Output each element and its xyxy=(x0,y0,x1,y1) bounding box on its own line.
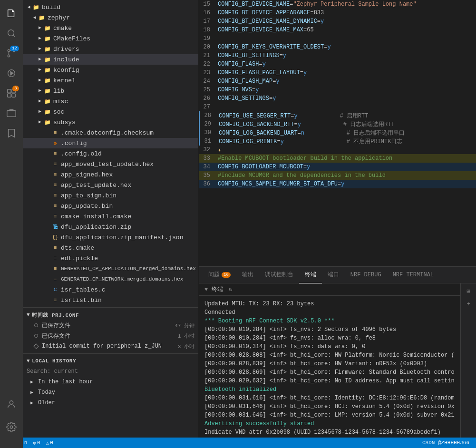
folder-build-icon: 📁 xyxy=(32,3,40,11)
search-icon[interactable] xyxy=(2,24,21,43)
tree-item-cmake[interactable]: ▶ 📁 cmake xyxy=(23,23,198,33)
tree-item-drivers[interactable]: ▶ 📁 drivers xyxy=(23,44,198,54)
code-line-33: 33 #Enable MCUBOOT bootloader build in t… xyxy=(199,154,476,163)
tab-terminal-label: 终端 xyxy=(305,271,316,279)
tree-item-gen-net[interactable]: ≡ GENERATED_CP_NETWORK_merged_domains.he… xyxy=(23,274,198,284)
tree-item-app-test[interactable]: ≡ app_test_update.hex xyxy=(23,180,198,190)
timeline-label-1: 已保存文件 xyxy=(42,332,178,340)
local-history-header[interactable]: ▼ LOCAL HISTORY xyxy=(23,356,198,366)
tab-output[interactable]: 输出 xyxy=(236,267,259,283)
timeline-item-1[interactable]: 已保存文件 1 小时 xyxy=(23,331,198,341)
tree-item-soc[interactable]: ▶ 📁 soc xyxy=(23,107,198,117)
tree-label-app-test: app_test_update.hex xyxy=(61,182,131,189)
folder-lib-icon: 📁 xyxy=(44,87,51,95)
file-cmake-dotconfig-icon: ≡ xyxy=(51,129,59,136)
tree-item-zephyr[interactable]: ▼ 📁 zephyr xyxy=(23,12,198,23)
tree-item-app-update[interactable]: ≡ app_update.bin ← xyxy=(23,201,198,211)
tree-item-cmake-install[interactable]: ≡ cmake_install.cmake xyxy=(23,211,198,222)
tree-item-gen-app[interactable]: ≡ GENERATED_CP_APPLICATION_merged_domain… xyxy=(23,263,198,274)
line-num-30: 30 xyxy=(200,129,219,136)
svg-point-1 xyxy=(8,55,10,57)
tree-item-kernel[interactable]: ▶ 📁 kernel xyxy=(23,75,198,86)
folder-drivers-icon: 📁 xyxy=(44,45,51,53)
terminal-refresh-icon[interactable]: ↻ xyxy=(229,286,232,293)
tree-label-misc: misc xyxy=(53,98,68,105)
chevron-lib: ▶ xyxy=(36,87,44,95)
tab-nrf-debug[interactable]: NRF DEBUG xyxy=(345,267,387,283)
tree-item-edt-pickle[interactable]: ≡ edt.pickle xyxy=(23,253,198,263)
tab-ports-label: 端口 xyxy=(328,271,339,279)
timeline-label-2: Initial commit for peripheral z_JUN xyxy=(42,343,178,350)
tree-item-include[interactable]: ▶ 📁 include xyxy=(23,54,198,65)
svg-point-3 xyxy=(8,49,10,52)
tree-item-dfu-manifest[interactable]: {} dfu_application.zip_manifest.json xyxy=(23,232,198,243)
status-right: CSDN @ZHHHHHJ66 xyxy=(419,438,472,448)
terminal-add-icon[interactable]: + xyxy=(463,299,474,310)
tab-debug-console[interactable]: 调试控制台 xyxy=(259,267,299,283)
terminal-content[interactable]: Updated MTU: TX: 23 RX: 23 bytes Connect… xyxy=(199,296,460,438)
tree-item-misc[interactable]: ▶ 📁 misc xyxy=(23,96,198,107)
tree-label-app-moved: app_moved_test_update.hex xyxy=(61,161,154,168)
remote-explorer-icon[interactable] xyxy=(2,104,21,123)
tab-nrf-terminal[interactable]: NRF TERMINAL xyxy=(387,267,439,283)
tab-ports[interactable]: 端口 xyxy=(322,267,345,283)
code-line-21: 21 CONFIG_BT_SETTINGS=y xyxy=(199,51,476,60)
tree-item-app-moved[interactable]: ≡ app_moved_test_update.hex xyxy=(23,159,198,169)
line-num-17: 17 xyxy=(199,18,218,25)
lh-label-1: Today xyxy=(38,389,55,396)
tree-item-lib[interactable]: ▶ 📁 lib xyxy=(23,86,198,96)
file-gen-app-icon: ≡ xyxy=(51,265,59,273)
bookmark-icon[interactable] xyxy=(2,124,21,143)
timeline-item-2[interactable]: Initial commit for peripheral z_JUN 3 小时 xyxy=(23,341,198,351)
line-num-29: 29 xyxy=(200,121,219,127)
tree-item-cmake-dotconfig[interactable]: ≡ .cmake.dotconfig.checksum xyxy=(23,127,198,138)
status-attribution[interactable]: CSDN @ZHHHHHJ66 xyxy=(419,438,472,448)
line-content-33: #Enable MCUBOOT bootloader build in the … xyxy=(218,155,392,162)
file-isrlist-icon: ≡ xyxy=(51,296,59,304)
line-num-23: 23 xyxy=(199,69,218,76)
tree-item-kconfig[interactable]: ▶ 📁 kconfig xyxy=(23,65,198,75)
tree-item-app-signed[interactable]: ≡ app_signed.hex xyxy=(23,169,198,180)
timeline-header[interactable]: ▼ 时间线 prj.conf xyxy=(23,310,198,320)
status-errors[interactable]: ⊕ 0 xyxy=(30,438,43,448)
tab-problems[interactable]: 问题 16 xyxy=(203,267,236,283)
local-history-group-2[interactable]: ▶ Older xyxy=(23,398,198,408)
tree-item-config[interactable]: ⚙ .config xyxy=(23,138,198,148)
timeline-time-1: 1 小时 xyxy=(178,332,194,340)
tree-label-dts-cmake: dts.cmake xyxy=(61,244,94,252)
tree-item-dfu-zip[interactable]: 🗜 dfu_application.zip xyxy=(23,222,198,232)
term-line-10: Bluetooth initialized xyxy=(204,385,455,394)
tab-debug-console-label: 调试控制台 xyxy=(265,271,293,279)
tree-item-dts-cmake[interactable]: ≡ dts.cmake xyxy=(23,243,198,253)
source-control-icon[interactable]: 12 xyxy=(2,44,21,63)
extensions-icon[interactable]: 3 xyxy=(2,84,21,103)
tree-item-isrlist[interactable]: ≡ isrList.bin xyxy=(23,295,198,305)
file-app-moved-icon: ≡ xyxy=(51,160,59,168)
tree-item-config-old[interactable]: ≡ .config.old xyxy=(23,148,198,159)
line-content-34: CONFIG_BOOTLOADER_MCUBOOT=y xyxy=(218,164,310,170)
error-icon: ⊕ xyxy=(33,440,36,446)
local-history-group-1[interactable]: ▶ Today xyxy=(23,387,198,398)
local-history-group-0[interactable]: ▶ In the last hour xyxy=(23,377,198,387)
code-editor[interactable]: 15 CONFIG_BT_DEVICE_NAME="Zephyr Periphe… xyxy=(199,0,476,266)
tree-item-build[interactable]: ▼ 📁 build xyxy=(23,2,198,12)
warning-icon: ⚠ xyxy=(46,440,49,446)
run-debug-icon[interactable] xyxy=(2,64,21,83)
settings-icon[interactable] xyxy=(2,418,21,437)
tree-item-subsys[interactable]: ▶ 📁 subsys xyxy=(23,117,198,127)
no-chevron-dfu-zip xyxy=(44,223,51,231)
extensions-badge: 3 xyxy=(12,86,19,91)
tree-item-isr-tables[interactable]: C isr_tables.c xyxy=(23,284,198,295)
tree-item-cmakefiles[interactable]: ▶ 📁 CMakeFiles xyxy=(23,33,198,44)
chevron-drivers: ▶ xyxy=(36,45,44,53)
files-icon[interactable] xyxy=(2,4,21,23)
timeline-title: 时间线 prj.conf xyxy=(32,312,79,319)
no-chevron-dfu-manifest xyxy=(44,234,51,241)
tree-item-app-to-sign[interactable]: ≡ app_to_sign.bin xyxy=(23,190,198,201)
tab-terminal[interactable]: 终端 xyxy=(299,267,322,283)
account-icon[interactable] xyxy=(2,395,21,414)
status-warnings[interactable]: ⚠ 0 xyxy=(43,438,56,448)
terminal-split-icon[interactable]: ⊞ xyxy=(463,285,474,297)
attribution-label: CSDN @ZHHHHHJ66 xyxy=(422,440,469,446)
timeline-item-0[interactable]: 已保存文件 47 分钟 xyxy=(23,320,198,331)
